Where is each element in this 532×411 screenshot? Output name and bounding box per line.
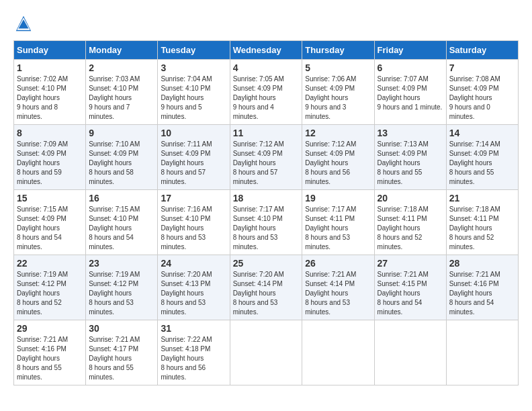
day-cell bbox=[230, 320, 302, 385]
day-info: Sunrise: 7:21 AM Sunset: 4:16 PM Dayligh… bbox=[17, 335, 83, 382]
column-header-wednesday: Wednesday bbox=[230, 41, 302, 60]
day-info: Sunrise: 7:15 AM Sunset: 4:10 PM Dayligh… bbox=[89, 205, 154, 252]
day-info: Sunrise: 7:06 AM Sunset: 4:09 PM Dayligh… bbox=[305, 75, 371, 122]
day-info: Sunrise: 7:15 AM Sunset: 4:09 PM Dayligh… bbox=[17, 205, 83, 252]
day-info: Sunrise: 7:20 AM Sunset: 4:13 PM Dayligh… bbox=[161, 270, 226, 317]
week-row-3: 15 Sunrise: 7:15 AM Sunset: 4:09 PM Dayl… bbox=[14, 190, 519, 255]
day-info: Sunrise: 7:21 AM Sunset: 4:17 PM Dayligh… bbox=[89, 335, 154, 382]
day-cell: 12 Sunrise: 7:12 AM Sunset: 4:09 PM Dayl… bbox=[302, 125, 374, 190]
day-info: Sunrise: 7:16 AM Sunset: 4:10 PM Dayligh… bbox=[161, 205, 226, 252]
day-cell: 5 Sunrise: 7:06 AM Sunset: 4:09 PM Dayli… bbox=[302, 60, 374, 125]
day-info: Sunrise: 7:21 AM Sunset: 4:16 PM Dayligh… bbox=[449, 270, 515, 317]
day-cell: 17 Sunrise: 7:16 AM Sunset: 4:10 PM Dayl… bbox=[158, 190, 230, 255]
day-cell: 23 Sunrise: 7:19 AM Sunset: 4:12 PM Dayl… bbox=[86, 255, 158, 320]
day-number: 3 bbox=[161, 62, 226, 73]
column-header-sunday: Sunday bbox=[14, 41, 86, 60]
day-info: Sunrise: 7:22 AM Sunset: 4:18 PM Dayligh… bbox=[161, 335, 226, 382]
day-cell: 4 Sunrise: 7:05 AM Sunset: 4:09 PM Dayli… bbox=[230, 60, 302, 125]
week-row-5: 29 Sunrise: 7:21 AM Sunset: 4:16 PM Dayl… bbox=[14, 320, 519, 385]
day-number: 18 bbox=[233, 193, 300, 203]
day-cell: 15 Sunrise: 7:15 AM Sunset: 4:09 PM Dayl… bbox=[14, 190, 86, 255]
day-number: 5 bbox=[305, 62, 371, 73]
day-info: Sunrise: 7:10 AM Sunset: 4:09 PM Dayligh… bbox=[89, 140, 154, 187]
day-number: 11 bbox=[233, 128, 300, 138]
header bbox=[13, 13, 519, 34]
day-info: Sunrise: 7:05 AM Sunset: 4:09 PM Dayligh… bbox=[233, 75, 300, 122]
day-info: Sunrise: 7:12 AM Sunset: 4:09 PM Dayligh… bbox=[233, 140, 300, 187]
day-number: 17 bbox=[161, 193, 226, 203]
day-cell: 25 Sunrise: 7:20 AM Sunset: 4:14 PM Dayl… bbox=[230, 255, 302, 320]
day-info: Sunrise: 7:12 AM Sunset: 4:09 PM Dayligh… bbox=[305, 140, 371, 187]
day-info: Sunrise: 7:11 AM Sunset: 4:09 PM Dayligh… bbox=[161, 140, 226, 187]
day-cell: 27 Sunrise: 7:21 AM Sunset: 4:15 PM Dayl… bbox=[374, 255, 446, 320]
day-cell bbox=[446, 320, 518, 385]
day-info: Sunrise: 7:17 AM Sunset: 4:11 PM Dayligh… bbox=[305, 205, 371, 252]
day-cell: 30 Sunrise: 7:21 AM Sunset: 4:17 PM Dayl… bbox=[86, 320, 158, 385]
day-number: 8 bbox=[17, 128, 83, 138]
day-cell: 20 Sunrise: 7:18 AM Sunset: 4:11 PM Dayl… bbox=[374, 190, 446, 255]
day-cell: 26 Sunrise: 7:21 AM Sunset: 4:14 PM Dayl… bbox=[302, 255, 374, 320]
day-number: 4 bbox=[233, 62, 300, 73]
day-cell: 28 Sunrise: 7:21 AM Sunset: 4:16 PM Dayl… bbox=[446, 255, 518, 320]
page-container: SundayMondayTuesdayWednesdayThursdayFrid… bbox=[13, 13, 519, 385]
header-row: SundayMondayTuesdayWednesdayThursdayFrid… bbox=[14, 41, 519, 60]
day-cell: 21 Sunrise: 7:18 AM Sunset: 4:11 PM Dayl… bbox=[446, 190, 518, 255]
day-info: Sunrise: 7:18 AM Sunset: 4:11 PM Dayligh… bbox=[449, 205, 515, 252]
day-cell: 29 Sunrise: 7:21 AM Sunset: 4:16 PM Dayl… bbox=[14, 320, 86, 385]
day-number: 10 bbox=[161, 128, 226, 138]
day-info: Sunrise: 7:17 AM Sunset: 4:10 PM Dayligh… bbox=[233, 205, 300, 252]
day-number: 23 bbox=[89, 258, 154, 269]
day-cell: 18 Sunrise: 7:17 AM Sunset: 4:10 PM Dayl… bbox=[230, 190, 302, 255]
day-number: 14 bbox=[449, 128, 515, 138]
day-cell: 3 Sunrise: 7:04 AM Sunset: 4:10 PM Dayli… bbox=[158, 60, 230, 125]
logo-icon bbox=[13, 13, 34, 34]
day-info: Sunrise: 7:21 AM Sunset: 4:15 PM Dayligh… bbox=[378, 270, 443, 317]
day-info: Sunrise: 7:14 AM Sunset: 4:09 PM Dayligh… bbox=[449, 140, 515, 187]
day-number: 31 bbox=[161, 323, 226, 334]
day-info: Sunrise: 7:18 AM Sunset: 4:11 PM Dayligh… bbox=[378, 205, 443, 252]
day-number: 25 bbox=[233, 258, 300, 269]
day-cell bbox=[302, 320, 374, 385]
day-info: Sunrise: 7:04 AM Sunset: 4:10 PM Dayligh… bbox=[161, 75, 226, 122]
day-info: Sunrise: 7:02 AM Sunset: 4:10 PM Dayligh… bbox=[17, 75, 83, 122]
day-cell: 24 Sunrise: 7:20 AM Sunset: 4:13 PM Dayl… bbox=[158, 255, 230, 320]
day-cell: 31 Sunrise: 7:22 AM Sunset: 4:18 PM Dayl… bbox=[158, 320, 230, 385]
day-cell: 7 Sunrise: 7:08 AM Sunset: 4:09 PM Dayli… bbox=[446, 60, 518, 125]
day-cell: 11 Sunrise: 7:12 AM Sunset: 4:09 PM Dayl… bbox=[230, 125, 302, 190]
day-number: 1 bbox=[17, 62, 83, 73]
day-cell: 10 Sunrise: 7:11 AM Sunset: 4:09 PM Dayl… bbox=[158, 125, 230, 190]
day-info: Sunrise: 7:09 AM Sunset: 4:09 PM Dayligh… bbox=[17, 140, 83, 187]
day-cell: 1 Sunrise: 7:02 AM Sunset: 4:10 PM Dayli… bbox=[14, 60, 86, 125]
column-header-monday: Monday bbox=[86, 41, 158, 60]
day-number: 6 bbox=[378, 62, 443, 73]
day-number: 13 bbox=[378, 128, 443, 138]
day-cell: 22 Sunrise: 7:19 AM Sunset: 4:12 PM Dayl… bbox=[14, 255, 86, 320]
day-number: 20 bbox=[378, 193, 443, 203]
day-cell: 13 Sunrise: 7:13 AM Sunset: 4:09 PM Dayl… bbox=[374, 125, 446, 190]
day-cell: 16 Sunrise: 7:15 AM Sunset: 4:10 PM Dayl… bbox=[86, 190, 158, 255]
day-number: 24 bbox=[161, 258, 226, 269]
day-number: 16 bbox=[89, 193, 154, 203]
column-header-thursday: Thursday bbox=[302, 41, 374, 60]
day-cell: 19 Sunrise: 7:17 AM Sunset: 4:11 PM Dayl… bbox=[302, 190, 374, 255]
calendar-table: SundayMondayTuesdayWednesdayThursdayFrid… bbox=[13, 40, 519, 385]
logo bbox=[13, 13, 36, 34]
day-number: 12 bbox=[305, 128, 371, 138]
day-cell: 2 Sunrise: 7:03 AM Sunset: 4:10 PM Dayli… bbox=[86, 60, 158, 125]
day-info: Sunrise: 7:08 AM Sunset: 4:09 PM Dayligh… bbox=[449, 75, 515, 122]
day-info: Sunrise: 7:19 AM Sunset: 4:12 PM Dayligh… bbox=[17, 270, 83, 317]
day-number: 19 bbox=[305, 193, 371, 203]
day-number: 26 bbox=[305, 258, 371, 269]
day-number: 30 bbox=[89, 323, 154, 334]
day-number: 21 bbox=[449, 193, 515, 203]
day-info: Sunrise: 7:20 AM Sunset: 4:14 PM Dayligh… bbox=[233, 270, 300, 317]
day-number: 27 bbox=[378, 258, 443, 269]
day-info: Sunrise: 7:21 AM Sunset: 4:14 PM Dayligh… bbox=[305, 270, 371, 317]
day-number: 29 bbox=[17, 323, 83, 334]
day-number: 15 bbox=[17, 193, 83, 203]
column-header-friday: Friday bbox=[374, 41, 446, 60]
day-info: Sunrise: 7:07 AM Sunset: 4:09 PM Dayligh… bbox=[378, 75, 443, 112]
week-row-1: 1 Sunrise: 7:02 AM Sunset: 4:10 PM Dayli… bbox=[14, 60, 519, 125]
column-header-tuesday: Tuesday bbox=[158, 41, 230, 60]
week-row-4: 22 Sunrise: 7:19 AM Sunset: 4:12 PM Dayl… bbox=[14, 255, 519, 320]
